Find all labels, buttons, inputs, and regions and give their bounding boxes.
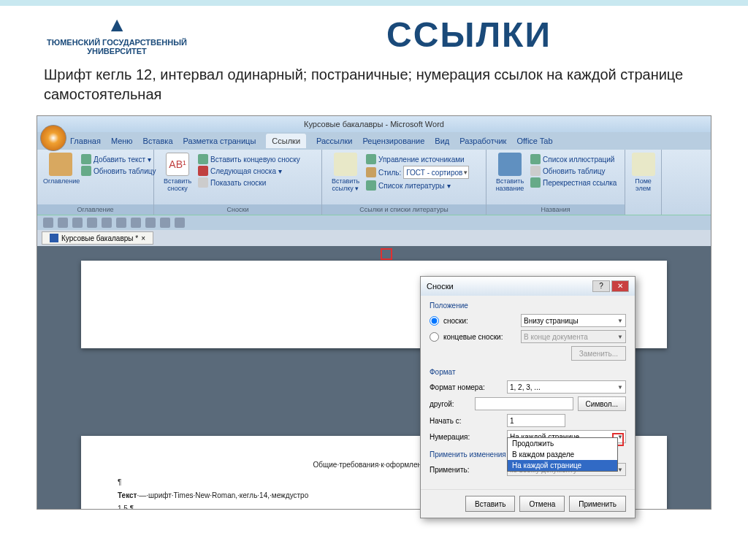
update-table2-button[interactable]: Обновить таблицу [530,166,617,176]
qat-icon[interactable] [43,218,53,228]
symbol-button[interactable]: Символ... [578,396,626,411]
word-titlebar: Курсовые бакалавры - Microsoft Word [37,116,711,132]
close-button[interactable]: ✕ [611,280,629,292]
endnote-position-dropdown: В конце документа [521,330,626,343]
show-notes-button[interactable]: Показать сноски [198,177,300,188]
ribbon-tabs: Главная Меню Вставка Разметка страницы С… [37,132,711,150]
custom-mark-label: другой: [430,400,470,408]
quick-access-toolbar [37,215,711,230]
insert-footnote-button[interactable]: AB¹ Вставить сноску [160,153,195,192]
tab-view[interactable]: Вид [435,137,449,145]
tab-references[interactable]: Ссылки [266,134,306,148]
format-group-label: Формат [430,368,626,376]
group-footnotes-label: Сноски [154,204,321,215]
slide-title: ССЫЛКИ [212,15,726,55]
number-format-label: Формат номера: [430,383,503,391]
footnotes-radio[interactable] [430,316,439,326]
qat-icon[interactable] [58,218,68,228]
document-tabbar: Курсовые бакалавры *× [37,230,711,246]
endnotes-radio-label: концевые сноски: [443,333,516,341]
insert-citation-button[interactable]: Вставить ссылку ▾ [328,153,363,192]
bibliography-button[interactable]: Список литературы ▾ [366,180,469,191]
insert-endnote-button[interactable]: Вставить концевую сноску [198,154,300,164]
qat-icon[interactable] [160,218,170,228]
tab-home[interactable]: Главная [70,137,101,145]
position-group-label: Положение [430,302,626,310]
help-button[interactable]: ? [592,280,610,292]
numbering-dropdown-list: Продолжить В каждом разделе На каждой ст… [507,437,618,472]
start-at-label: Начать с: [430,417,503,425]
document-tab[interactable]: Курсовые бакалавры *× [42,231,153,245]
next-footnote-button[interactable]: Следующая сноска ▾ [198,166,300,176]
qat-icon[interactable] [131,218,141,228]
qat-icon[interactable] [145,218,156,228]
convert-button: Заменить... [571,346,626,361]
university-name: ТЮМЕНСКИЙ ГОСУДАРСТВЕННЫЙ УНИВЕРСИТЕТ [22,38,212,55]
insert-button[interactable]: Вставить [465,496,515,512]
style-dropdown[interactable]: Стиль: ГОСТ - сортиров [366,166,469,179]
toc-button[interactable]: Оглавление [43,153,78,185]
tab-officetab[interactable]: Office Tab [516,137,552,145]
apply-to-label: Применить: [430,466,503,474]
group-toc-label: Оглавление [37,204,153,215]
dialog-title-text: Сноски [427,282,454,291]
number-format-dropdown[interactable]: 1, 2, 3, ... [507,380,626,394]
tab-insert[interactable]: Вставка [143,137,173,145]
highlight-box-launcher [381,248,392,260]
mark-entry-button[interactable]: Поме элем [631,153,655,192]
qat-icon[interactable] [87,218,97,228]
dialog-titlebar: Сноски ? ✕ [421,277,635,296]
add-text-button[interactable]: Добавить текст ▾ [81,154,156,164]
dropdown-option-page[interactable]: На каждой странице [508,460,617,471]
group-citations-label: Ссылки и списки литературы [322,204,486,215]
dropdown-option-continue[interactable]: Продолжить [508,438,617,449]
slide-subtitle: Шрифт кегль 12, интервал одинарный; пост… [0,59,748,115]
qat-icon[interactable] [175,218,185,228]
manage-sources-button[interactable]: Управление источниками [366,154,469,164]
tab-layout[interactable]: Разметка страницы [183,137,256,145]
close-tab-icon[interactable]: × [141,234,145,242]
tab-mailings[interactable]: Рассылки [316,137,352,145]
ribbon-body: Оглавление Добавить текст ▾ Обновить таб… [37,150,711,215]
group-captions-label: Названия [486,204,625,215]
apply-button[interactable]: Применить [569,496,626,512]
qat-icon[interactable] [116,218,126,228]
insert-caption-button[interactable]: Вставить название [492,153,527,192]
table-of-figures-button[interactable]: Список иллюстраций [530,154,617,164]
footnotes-radio-label: сноски: [443,317,516,325]
footnotes-dialog: Сноски ? ✕ Положение сноски: Внизу стран… [420,276,636,518]
tab-developer[interactable]: Разработчик [459,137,506,145]
numbering-label: Нумерация: [430,433,503,441]
tab-review[interactable]: Рецензирование [362,137,424,145]
cancel-button[interactable]: Отмена [519,496,565,512]
university-logo: ▲ ТЮМЕНСКИЙ ГОСУДАРСТВЕННЫЙ УНИВЕРСИТЕТ [22,13,212,55]
dropdown-option-section[interactable]: В каждом разделе [508,449,617,460]
start-at-input[interactable] [507,414,565,427]
qat-icon[interactable] [72,218,83,228]
endnotes-radio[interactable] [430,332,439,342]
cross-reference-button[interactable]: Перекрестная ссылка [530,177,617,188]
office-button[interactable] [40,125,66,151]
update-table-button[interactable]: Обновить таблицу [81,166,156,176]
tab-menu[interactable]: Меню [111,137,133,145]
footout-position-dropdown[interactable]: Внизу страницы [521,314,626,327]
qat-icon[interactable] [102,218,112,228]
flame-icon: ▲ [107,13,127,37]
custom-mark-input[interactable] [475,397,573,410]
